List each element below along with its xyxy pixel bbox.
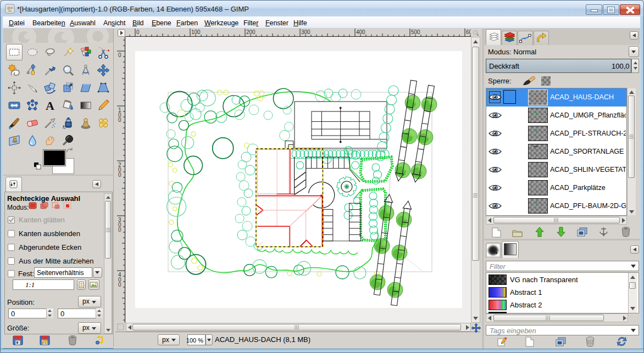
svg-text:A: A: [46, 99, 54, 113]
svg-text:100: 100: [191, 29, 201, 35]
svg-text:0: 0: [118, 52, 121, 58]
svg-text:500: 500: [411, 29, 420, 35]
svg-text:0: 0: [118, 282, 121, 288]
svg-text:0: 0: [118, 227, 121, 233]
svg-text:200: 200: [246, 29, 256, 35]
svg-text:0: 0: [136, 29, 140, 35]
svg-text:0: 0: [118, 117, 121, 123]
svg-text:300: 300: [301, 29, 310, 35]
svg-text:0: 0: [118, 172, 121, 178]
svg-text:400: 400: [356, 29, 365, 35]
svg-text:600: 600: [466, 29, 471, 35]
